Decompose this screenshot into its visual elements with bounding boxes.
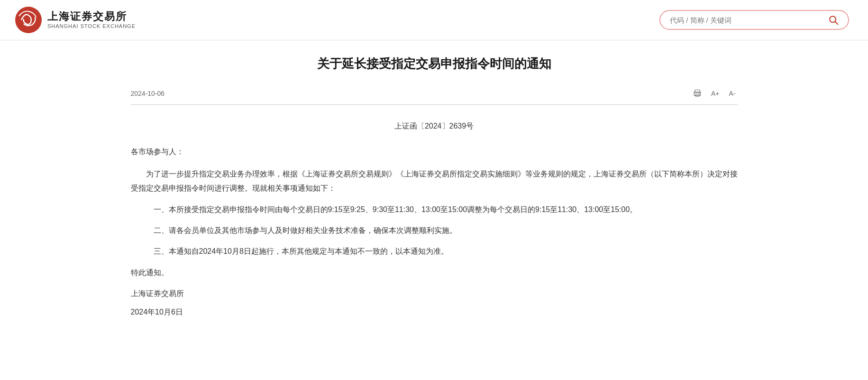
search-area (659, 10, 849, 30)
salutation: 各市场参与人： (131, 145, 738, 159)
article-tools: A+ A- (691, 88, 738, 99)
svg-line-2 (835, 22, 838, 24)
svg-rect-5 (695, 94, 699, 97)
search-input[interactable] (670, 16, 828, 24)
logo-area: 上海证券交易所 SHANGHAI STOCK EXCHANGE (14, 6, 136, 34)
paragraph-1: 为了进一步提升指定交易业务办理效率，根据《上海证券交易所交易规则》《上海证券交易… (131, 167, 738, 196)
list-item-1: 一、本所接受指定交易申报指令时间由每个交易日的9:15至9:25、9:30至11… (131, 203, 738, 217)
list-item-2: 二、请各会员单位及其他市场参与人及时做好相关业务技术准备，确保本次调整顺利实施。 (131, 223, 738, 238)
svg-rect-3 (695, 90, 700, 93)
search-button[interactable] (828, 15, 839, 25)
list-item-3: 三、本通知自2024年10月8日起施行，本所其他规定与本通知不一致的，以本通知为… (131, 244, 738, 259)
article-title: 关于延长接受指定交易申报指令时间的通知 (131, 55, 738, 73)
svg-point-0 (15, 7, 42, 33)
doc-number: 上证函〔2024〕2639号 (131, 119, 738, 133)
closing: 特此通知。 (131, 266, 738, 280)
header: 上海证券交易所 SHANGHAI STOCK EXCHANGE (0, 0, 868, 40)
main-content: 关于延长接受指定交易申报指令时间的通知 2024-10-06 A+ A- 上证函… (102, 40, 766, 348)
font-increase-button[interactable]: A+ (709, 89, 722, 98)
logo-english: SHANGHAI STOCK EXCHANGE (47, 23, 136, 29)
svg-point-6 (699, 93, 700, 94)
article-date: 2024-10-06 (131, 90, 165, 97)
search-icon (828, 15, 839, 25)
logo-text: 上海证券交易所 SHANGHAI STOCK EXCHANGE (47, 10, 136, 29)
sse-logo-icon (14, 6, 43, 34)
article-body: 上证函〔2024〕2639号 各市场参与人： 为了进一步提升指定交易业务办理效率… (131, 119, 738, 319)
sign-date: 2024年10月6日 (131, 305, 738, 319)
article-meta: 2024-10-06 A+ A- (131, 83, 738, 105)
font-decrease-button[interactable]: A- (727, 89, 738, 98)
signature: 上海证券交易所 (131, 287, 738, 301)
logo-chinese: 上海证券交易所 (47, 10, 136, 23)
print-icon (693, 89, 702, 98)
print-button[interactable] (691, 88, 704, 99)
